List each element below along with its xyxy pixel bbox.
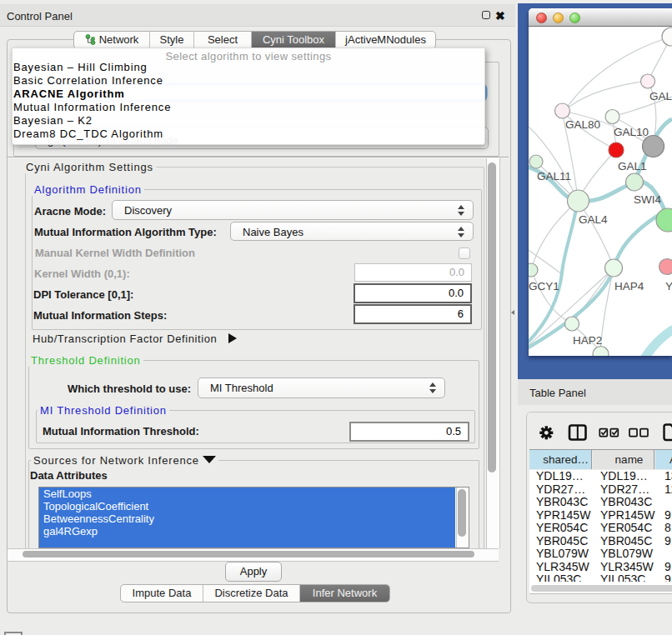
svg-text:GAL: GAL (649, 90, 672, 102)
svg-text:GAL11: GAL11 (537, 170, 571, 182)
svg-text:GAL80: GAL80 (565, 118, 600, 131)
svg-text:Y: Y (665, 280, 672, 292)
svg-text:GAL4: GAL4 (579, 213, 608, 226)
svg-text:HAP4: HAP4 (614, 280, 644, 292)
svg-text:SWI4: SWI4 (634, 193, 661, 206)
svg-text:GAL1: GAL1 (618, 160, 647, 172)
svg-text:GCY1: GCY1 (529, 280, 559, 292)
svg-text:HAP2: HAP2 (573, 334, 602, 347)
svg-text:GAL10: GAL10 (614, 126, 649, 138)
